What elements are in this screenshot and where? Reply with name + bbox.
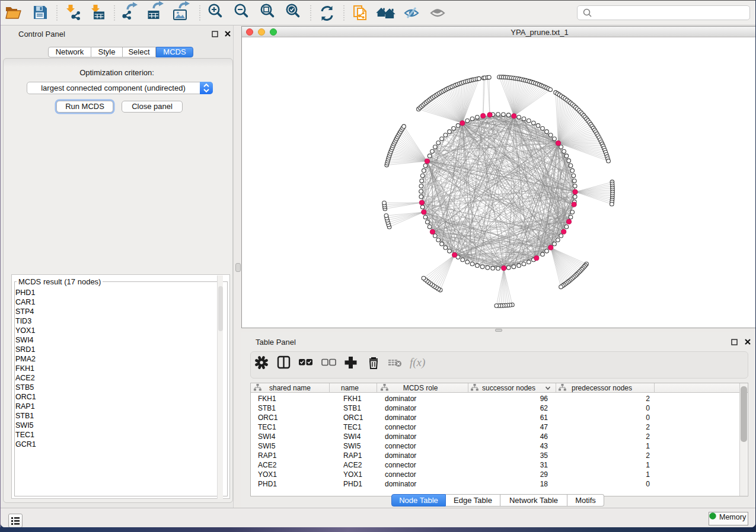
svg-text:f(x): f(x) (410, 356, 425, 369)
